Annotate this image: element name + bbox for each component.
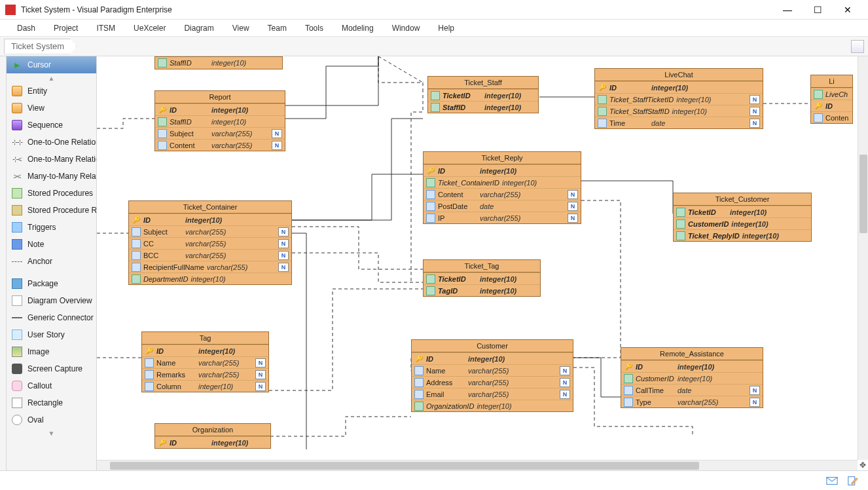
palette-diagram-overview[interactable]: Diagram Overview bbox=[7, 292, 96, 309]
col-name: ID bbox=[609, 84, 649, 92]
col-type: varchar(255) bbox=[185, 252, 276, 259]
palette-label: Cursor bbox=[27, 60, 51, 69]
breadcrumb[interactable]: Ticket System bbox=[4, 39, 77, 54]
column-icon bbox=[132, 263, 141, 272]
entity-fragment-staff[interactable]: StaffIDinteger(10) bbox=[154, 56, 283, 69]
palette-stored-procedure-resultset[interactable]: Stored Procedure Resultset bbox=[7, 202, 96, 219]
fk-icon bbox=[624, 374, 633, 383]
cursor-icon: ▶ bbox=[12, 60, 22, 70]
menu-team[interactable]: Team bbox=[259, 21, 296, 35]
vertical-scroll-thumb[interactable] bbox=[859, 155, 867, 233]
col-type: integer(10) bbox=[502, 179, 578, 187]
menu-diagram[interactable]: Diagram bbox=[175, 21, 223, 35]
diagram-selector-icon[interactable] bbox=[851, 40, 864, 53]
column-icon bbox=[426, 214, 435, 223]
pan-icon[interactable]: ✥ bbox=[858, 460, 868, 470]
palette-cursor[interactable]: ▶Cursor bbox=[7, 56, 96, 73]
entity-report[interactable]: Report IDinteger(10) StaffIDinteger(10) … bbox=[154, 90, 285, 151]
entity-fragment-live[interactable]: Li LiveCh ID Conten bbox=[810, 75, 853, 124]
palette-one-to-one[interactable]: ⊹⊹One-to-One Relationship bbox=[7, 134, 96, 151]
diagram-canvas[interactable]: StaffIDinteger(10) Report IDinteger(10) … bbox=[97, 56, 868, 470]
column-icon bbox=[426, 202, 435, 211]
palette-anchor[interactable]: Anchor bbox=[7, 253, 96, 270]
palette-package[interactable]: Package bbox=[7, 275, 96, 292]
menu-tools[interactable]: Tools bbox=[296, 21, 333, 35]
entity-organization[interactable]: Organization IDinteger(10) bbox=[154, 423, 271, 449]
col-name: StaffID bbox=[443, 104, 482, 111]
menu-itsm[interactable]: ITSM bbox=[87, 21, 124, 35]
fk-icon bbox=[676, 231, 685, 240]
column-icon bbox=[158, 141, 167, 150]
col-type: integer(10) bbox=[211, 439, 268, 447]
col-name: Address bbox=[426, 379, 465, 386]
entity-ticket-staff[interactable]: Ticket_Staff TicketIDinteger(10) StaffID… bbox=[427, 76, 539, 113]
close-button[interactable]: ✕ bbox=[833, 0, 863, 20]
nullable-badge: N bbox=[568, 214, 578, 223]
col-type: varchar(255) bbox=[468, 379, 557, 386]
palette-view[interactable]: View bbox=[7, 100, 96, 117]
palette-label: Stored Procedures bbox=[27, 189, 93, 198]
column-icon bbox=[145, 382, 154, 391]
entity-title: Li bbox=[811, 75, 852, 88]
menu-window[interactable]: Window bbox=[383, 21, 429, 35]
edit-icon[interactable] bbox=[847, 476, 859, 486]
palette-entity[interactable]: Entity bbox=[7, 83, 96, 100]
entity-customer[interactable]: Customer IDinteger(10) Namevarchar(255)N… bbox=[411, 339, 573, 412]
horizontal-scroll-thumb[interactable] bbox=[110, 462, 699, 470]
col-type: varchar(255) bbox=[480, 191, 565, 198]
palette-sequence[interactable]: Sequence bbox=[7, 117, 96, 134]
column-icon bbox=[414, 390, 424, 399]
entity-ticket-tag[interactable]: Ticket_Tag TicketIDinteger(10) TagIDinte… bbox=[423, 259, 541, 297]
entity-title: LiveChat bbox=[595, 69, 763, 81]
entity-ticket-container[interactable]: Ticket_Container IDinteger(10) Subjectva… bbox=[128, 200, 292, 285]
palette-oval[interactable]: Oval bbox=[7, 411, 96, 428]
image-icon bbox=[12, 347, 22, 357]
key-icon bbox=[158, 438, 167, 447]
palette-screen-capture[interactable]: Screen Capture bbox=[7, 360, 96, 377]
nullable-badge: N bbox=[560, 390, 570, 399]
fk-icon bbox=[426, 286, 435, 295]
entity-title: Organization bbox=[155, 424, 270, 436]
mail-icon[interactable] bbox=[826, 476, 838, 486]
palette-user-story[interactable]: User Story bbox=[7, 326, 96, 343]
entity-remote-assistance[interactable]: Remote_Assistance IDinteger(10) Customer… bbox=[621, 347, 763, 408]
col-type: integer(10) bbox=[190, 275, 289, 283]
palette-stored-procedures[interactable]: Stored Procedures bbox=[7, 185, 96, 202]
stored-procedures-icon bbox=[12, 188, 22, 198]
palette-note[interactable]: Note bbox=[7, 236, 96, 253]
package-icon bbox=[12, 278, 22, 289]
palette-image[interactable]: Image bbox=[7, 343, 96, 360]
col-type: integer(10) bbox=[678, 363, 760, 371]
minimize-button[interactable]: — bbox=[772, 0, 803, 20]
menu-modeling[interactable]: Modeling bbox=[333, 21, 383, 35]
nullable-badge: N bbox=[255, 382, 266, 391]
palette-one-to-many[interactable]: ⊹<One-to-Many Relationship bbox=[7, 151, 96, 168]
maximize-button[interactable]: ☐ bbox=[803, 0, 833, 20]
palette-many-to-many[interactable]: ><Many-to-Many Relationship bbox=[7, 168, 96, 185]
horizontal-scrollbar[interactable] bbox=[97, 460, 858, 470]
col-type: integer(10) bbox=[198, 383, 253, 390]
col-name: ID bbox=[636, 363, 675, 371]
app-icon bbox=[5, 5, 16, 15]
entity-ticket-reply[interactable]: Ticket_Reply IDinteger(10) Ticket_Contai… bbox=[423, 151, 581, 224]
menu-project[interactable]: Project bbox=[45, 21, 87, 35]
palette-triggers[interactable]: Triggers bbox=[7, 219, 96, 236]
entity-livechat[interactable]: LiveChat IDinteger(10) Ticket_StaffTicke… bbox=[594, 68, 763, 129]
vertical-scrollbar[interactable] bbox=[858, 56, 868, 460]
menu-view[interactable]: View bbox=[223, 21, 259, 35]
palette-callout[interactable]: Callout bbox=[7, 377, 96, 394]
palette-collapse-up[interactable]: ▲ bbox=[7, 73, 96, 83]
palette-rectangle[interactable]: Rectangle bbox=[7, 394, 96, 411]
col-name: Subject bbox=[170, 130, 209, 138]
col-type: varchar(255) bbox=[185, 240, 276, 248]
palette-collapse-down[interactable]: ▼ bbox=[7, 428, 96, 438]
fk-icon bbox=[598, 95, 607, 104]
menu-help[interactable]: Help bbox=[429, 21, 463, 35]
entity-tag[interactable]: Tag IDinteger(10) Namevarchar(255)N Rema… bbox=[141, 331, 269, 392]
menu-dash[interactable]: Dash bbox=[8, 21, 45, 35]
col-name: DepartmentID bbox=[143, 275, 188, 283]
key-icon bbox=[145, 347, 154, 356]
palette-generic-connector[interactable]: Generic Connector bbox=[7, 309, 96, 326]
entity-ticket-customer[interactable]: Ticket_Customer TicketIDinteger(10) Cust… bbox=[673, 193, 812, 242]
menu-uexceler[interactable]: UeXceler bbox=[124, 21, 175, 35]
